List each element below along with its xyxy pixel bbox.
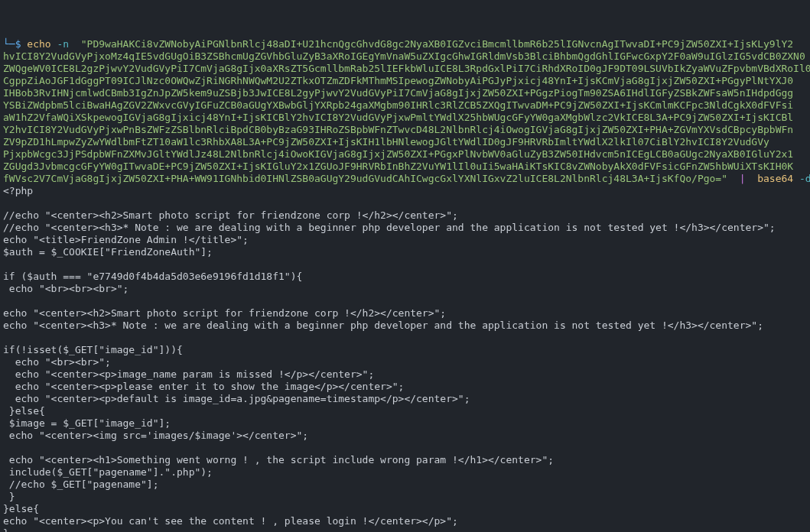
echo-flag-n: -n bbox=[57, 38, 69, 50]
prompt-corner: └─ bbox=[3, 38, 15, 50]
base64-string-arg: "PD9waHAKCi8vZWNobyAiPGNlbnRlcj48aDI+U21… bbox=[3, 38, 810, 184]
base64-command: base64 bbox=[757, 173, 793, 184]
pipe-operator: | bbox=[740, 173, 746, 184]
decoded-php-output: <?php //echo "<center><h2>Smart photo sc… bbox=[3, 185, 776, 532]
terminal-window[interactable]: └─$ echo -n "PD9waHAKCi8vZWNobyAiPGNlbnR… bbox=[0, 37, 810, 532]
base64-flag-d: -d bbox=[799, 173, 810, 184]
prompt-dollar: $ bbox=[15, 38, 21, 50]
echo-command: echo bbox=[27, 38, 50, 50]
